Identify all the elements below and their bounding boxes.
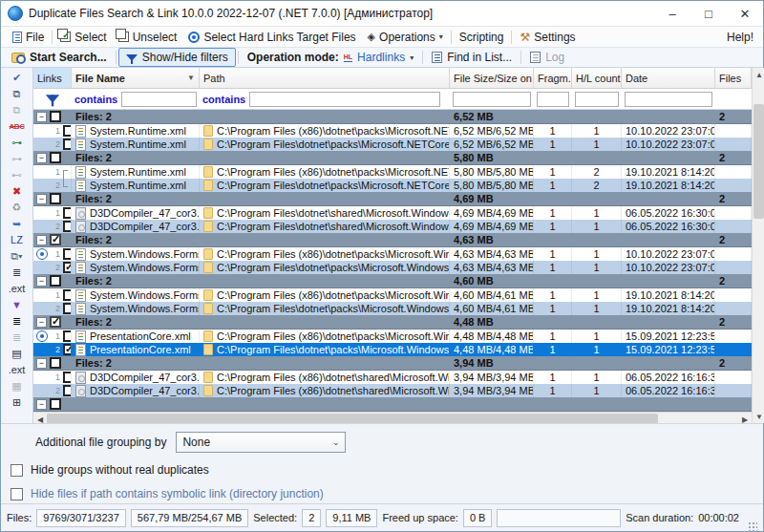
grouping-combobox[interactable]: None ⌄ [176, 432, 346, 453]
show-hide-filters-button[interactable]: Show/Hide filters [118, 48, 236, 67]
column-header-files[interactable]: Files [715, 68, 752, 88]
ext2-icon[interactable]: .ext [6, 362, 29, 378]
group-checkbox[interactable] [50, 193, 61, 204]
lz-compress-icon[interactable]: LZ [6, 232, 29, 248]
collapse-toggle-icon[interactable]: − [36, 399, 47, 410]
column-header-filename[interactable]: File Name ▼ [72, 68, 200, 88]
table-row[interactable]: 1System.Runtime.xmlC:\Program Files (x86… [33, 165, 752, 179]
move-files-icon[interactable]: ➥ [6, 216, 29, 232]
maximize-button[interactable]: □ [690, 1, 727, 26]
table-row[interactable]: 2PresentationCore.xmlC:\Program Files\do… [33, 343, 752, 356]
group-header-row[interactable]: −Files: 24,48 MB2 [33, 315, 752, 330]
chevron-down-icon[interactable]: ▼ [187, 74, 195, 82]
list-disabled-icon[interactable]: ≣ [6, 330, 29, 346]
hide-symlink-checkbox[interactable] [11, 488, 23, 500]
vertical-scroll-track[interactable] [753, 81, 764, 104]
row-checkbox[interactable] [63, 262, 72, 273]
row-checkbox[interactable] [63, 138, 72, 150]
column-header-date[interactable]: Date [622, 68, 715, 88]
row-checkbox[interactable] [63, 221, 72, 232]
filter-size-input[interactable] [453, 92, 531, 107]
collapse-toggle-icon[interactable]: − [36, 317, 47, 328]
image-disabled-icon[interactable]: ▦ [6, 378, 29, 394]
filter-path-operator[interactable]: contains [202, 94, 245, 105]
row-checkbox[interactable] [63, 125, 72, 137]
vertical-scrollbar[interactable]: ▲ ▼ [752, 68, 764, 423]
group-checkbox[interactable] [50, 275, 61, 287]
table-row[interactable]: 2System.Windows.Forms.xmlC:\Program File… [33, 302, 752, 315]
check-by-mask-icon[interactable]: ✔ [6, 70, 29, 86]
group-header-row[interactable]: −Files: 24,60 MB2 [33, 274, 752, 288]
table-row[interactable]: 2System.Runtime.xmlC:\Program Files\dotn… [33, 179, 752, 192]
ext-filter-icon[interactable]: .ext [6, 281, 29, 297]
create-symlinks-disabled-icon[interactable]: ⊶ [6, 151, 29, 167]
grid-icon[interactable]: ⊞ [6, 394, 29, 411]
group-checkbox[interactable] [50, 152, 61, 163]
filter-name-operator[interactable]: contains [74, 94, 117, 105]
collapse-toggle-icon[interactable]: − [36, 235, 47, 245]
group-header-row[interactable]: −Files: 23,94 MB2 [33, 356, 752, 371]
table-row[interactable]: 1D3DCompiler_47_cor3.dllC:\Program Files… [33, 371, 752, 384]
row-checkbox[interactable] [63, 344, 72, 355]
vertical-scroll-thumb[interactable] [753, 104, 764, 219]
filter-fragm-input[interactable] [537, 92, 569, 107]
table-row[interactable]: 2System.Runtime.xmlC:\Program Files\dotn… [33, 138, 752, 151]
collapse-toggle-icon[interactable]: − [36, 276, 47, 287]
group-checkbox[interactable] [50, 398, 61, 410]
table-row[interactable]: 1System.Windows.Forms.xmlC:\Program File… [33, 288, 752, 302]
filter-hlcount-input[interactable] [575, 92, 619, 107]
filter-selected-icon[interactable]: ▼ [6, 297, 29, 313]
group-header-row[interactable]: −Files: 24,63 MB2 [33, 233, 752, 247]
group-header-row-partial[interactable]: − [33, 397, 752, 412]
table-row[interactable]: 2D3DCompiler_47_cor3.dllC:\Program Files… [33, 384, 752, 397]
table-row[interactable]: 2D3DCompiler_47_cor3.dllC:\Program Files… [33, 220, 752, 233]
copy-path-menu-icon[interactable]: ⧉▾ [6, 248, 29, 265]
chevron-down-icon[interactable]: ▾ [410, 53, 414, 62]
menu-file[interactable]: File [7, 27, 50, 47]
copy-selection-disabled-icon[interactable]: ⧉ [6, 102, 29, 118]
filter-date-input[interactable] [625, 92, 712, 107]
group-header-row[interactable]: −Files: 25,80 MB2 [33, 151, 752, 165]
group-checkbox[interactable] [50, 234, 61, 245]
hide-groups-checkbox[interactable] [11, 464, 23, 477]
menu-help[interactable]: Help! [721, 27, 757, 47]
row-checkbox[interactable] [63, 330, 72, 342]
log-button[interactable]: Log [523, 48, 571, 67]
filter-funnel-icon[interactable] [46, 95, 59, 102]
filter-filename-input[interactable] [121, 92, 197, 107]
collapse-toggle-icon[interactable]: − [36, 153, 47, 163]
create-hardlinks-icon[interactable]: ⊶ [6, 135, 29, 151]
recycle-bin-icon[interactable]: ♻ [6, 200, 29, 216]
group-header-row[interactable]: −Files: 24,69 MB2 [33, 192, 752, 206]
group-checkbox[interactable] [50, 316, 61, 328]
menu-settings[interactable]: ⚒ Settings [514, 27, 581, 47]
row-checkbox[interactable] [63, 303, 72, 314]
menu-scripting[interactable]: Scripting [454, 27, 510, 47]
menu-operations[interactable]: ◈ Operations ▾ [362, 27, 449, 47]
column-header-path[interactable]: Path [200, 68, 450, 88]
table-row[interactable]: 2System.Windows.Forms.xmlC:\Program File… [33, 261, 752, 274]
group-checkbox[interactable] [50, 111, 61, 122]
operation-mode-value[interactable]: Hardlinks [357, 51, 405, 64]
scroll-up-icon[interactable]: ▲ [753, 68, 764, 81]
row-checkbox[interactable] [63, 289, 72, 301]
close-button[interactable]: ✕ [727, 1, 763, 26]
find-in-list-button[interactable]: Find in List... [425, 48, 519, 67]
group-header-row[interactable]: −Files: 26,52 MB2 [33, 110, 752, 124]
collapse-toggle-icon[interactable]: − [36, 358, 47, 369]
filter-path-input[interactable] [249, 92, 440, 107]
minimize-button[interactable]: – [654, 1, 690, 26]
row-checkbox[interactable] [63, 385, 72, 396]
menu-select-hardlink-targets[interactable]: Select Hard Links Target Files [182, 27, 361, 47]
resize-grip[interactable] [748, 521, 757, 531]
table-row[interactable]: 1D3DCompiler_47_cor3.dllC:\Program Files… [33, 206, 752, 220]
column-header-links[interactable]: Links [33, 68, 72, 88]
hide-symlink-option[interactable]: Hide files if path contains symbolic lin… [11, 487, 763, 500]
row-checkbox[interactable] [63, 372, 72, 383]
column-header-hlcount[interactable]: H/L count [572, 68, 622, 88]
column-header-fragm[interactable]: Fragm. [534, 68, 572, 88]
table-row[interactable]: 1PresentationCore.xmlC:\Program Files (x… [33, 330, 752, 343]
group-checkbox[interactable] [50, 357, 61, 369]
scroll-down-icon[interactable]: ▼ [753, 410, 764, 423]
list-black-icon[interactable]: ≣ [6, 313, 29, 330]
